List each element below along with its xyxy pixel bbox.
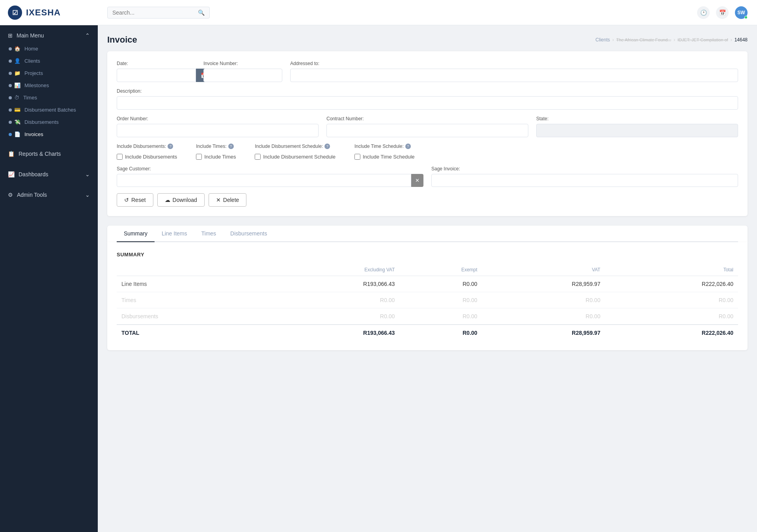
- sidebar-item-projects-label: Projects: [24, 70, 43, 76]
- breadcrumb-bar: Invoice Clients › The African Climate Fo…: [107, 35, 748, 45]
- times-help-icon[interactable]: ?: [228, 144, 234, 149]
- summary-card: SUMMARY Excluding VAT Exempt VAT Total: [107, 242, 748, 350]
- include-times-checkbox[interactable]: [196, 154, 202, 160]
- sage-customer-input[interactable]: IDJET: The African Climate Foundation: [117, 174, 411, 187]
- sidebar-item-disbursements[interactable]: 💸 Disbursements: [0, 116, 98, 128]
- dot-clients: [9, 60, 12, 63]
- home-grid-icon: ⊞: [8, 32, 13, 39]
- disbursement-schedule-help-icon[interactable]: ?: [324, 144, 330, 149]
- breadcrumb-project[interactable]: IDJET: JET Compilation of: [677, 37, 728, 42]
- form-row-description: Description: Acc # 2: Tranche 2: [117, 88, 738, 110]
- addressed-to-label: Addressed to:: [290, 61, 738, 66]
- row-exempt-line-items: R0.00: [399, 276, 482, 292]
- search-box[interactable]: 🔍: [107, 7, 210, 19]
- description-input[interactable]: Acc # 2: Tranche 2: [117, 96, 738, 110]
- sage-customer-clear-btn[interactable]: ✕: [411, 174, 423, 187]
- include-disbursements-checkbox-row: Include Disbursements: [117, 154, 177, 160]
- include-disbursements-header: Include Disbursements: ?: [117, 144, 177, 149]
- summary-table-header: Excluding VAT Exempt VAT Total: [117, 264, 738, 276]
- contract-number-label: Contract Number:: [326, 116, 528, 121]
- include-times-group: Include Times: ? Include Times: [196, 144, 236, 160]
- sage-row: Sage Customer: IDJET: The African Climat…: [117, 166, 738, 187]
- main-menu-toggle[interactable]: ⊞ Main Menu ⌃: [0, 28, 98, 43]
- sidebar: ☑ IXESHA ⊞ Main Menu ⌃ 🏠 Home 👤 Clients …: [0, 0, 98, 532]
- sage-customer-label: Sage Customer:: [117, 166, 423, 172]
- contract-number-group: Contract Number:: [326, 116, 528, 137]
- summary-total-row: TOTAL R193,066.43 R0.00 R28,959.97 R222,…: [117, 325, 738, 341]
- sidebar-item-home[interactable]: 🏠 Home: [0, 43, 98, 55]
- contract-number-input[interactable]: [326, 124, 528, 137]
- download-button[interactable]: ☁ Download: [157, 193, 205, 207]
- description-group: Description: Acc # 2: Tranche 2: [117, 88, 738, 110]
- sage-invoice-input[interactable]: 2469334552: [431, 174, 738, 187]
- include-disbursement-schedule-header: Include Disbursement Schedule: ?: [255, 144, 336, 149]
- clock-icon-btn[interactable]: 🕐: [697, 6, 710, 19]
- calendar-icon-btn[interactable]: 📅: [716, 6, 729, 19]
- main-menu-label: Main Menu: [17, 32, 44, 39]
- row-exempt-times: R0.00: [399, 292, 482, 308]
- time-schedule-help-icon[interactable]: ?: [405, 144, 411, 149]
- row-excl-vat-times: R0.00: [267, 292, 399, 308]
- total-row-exempt: R0.00: [399, 325, 482, 341]
- download-icon: ☁: [165, 197, 170, 203]
- include-disbursements-section-label: Include Disbursements:: [117, 144, 166, 149]
- sidebar-item-projects[interactable]: 📁 Projects: [0, 67, 98, 79]
- sidebar-item-home-label: Home: [24, 46, 38, 52]
- delete-button[interactable]: ✕ Delete: [209, 193, 246, 207]
- logo-icon: ☑: [8, 6, 22, 20]
- admin-icon: ⚙: [8, 192, 13, 198]
- disbursements-help-icon[interactable]: ?: [168, 144, 173, 149]
- include-disbursements-checkbox-label[interactable]: Include Disbursements: [125, 154, 177, 160]
- include-times-checkbox-label[interactable]: Include Times: [204, 154, 236, 160]
- sidebar-dashboards-section: 📈 Dashboards ⌄: [0, 164, 98, 185]
- include-time-schedule-checkbox-label[interactable]: Include Time Schedule: [363, 154, 415, 160]
- row-total-disbursements: R0.00: [605, 308, 738, 325]
- tab-line-items[interactable]: Line Items: [155, 226, 194, 242]
- include-disbursement-schedule-checkbox-label[interactable]: Include Disbursement Schedule: [263, 154, 336, 160]
- summary-table: Excluding VAT Exempt VAT Total Line Item…: [117, 264, 738, 341]
- include-time-schedule-section-label: Include Time Schedule:: [354, 144, 404, 149]
- sidebar-item-invoices[interactable]: 📄 Invoices: [0, 128, 98, 140]
- addressed-to-input[interactable]: The African Climate Foundation: [290, 69, 738, 82]
- include-time-schedule-checkbox[interactable]: [354, 154, 360, 160]
- download-label: Download: [173, 197, 197, 203]
- row-total-times: R0.00: [605, 292, 738, 308]
- search-icon[interactable]: 🔍: [198, 9, 205, 16]
- logo-text: IXESHA: [26, 7, 61, 18]
- include-disbursements-checkbox[interactable]: [117, 154, 123, 160]
- col-header-exempt: Exempt: [399, 264, 482, 276]
- breadcrumb-client[interactable]: The African Climate Found...: [616, 37, 671, 42]
- sidebar-item-milestones[interactable]: 📊 Milestones: [0, 79, 98, 91]
- search-input[interactable]: [112, 9, 198, 16]
- sidebar-item-invoices-label: Invoices: [24, 131, 43, 137]
- sidebar-item-clients[interactable]: 👤 Clients: [0, 55, 98, 67]
- dot-disbursements: [9, 121, 12, 124]
- tab-summary[interactable]: Summary: [117, 226, 155, 242]
- sidebar-item-disbursement-batches[interactable]: 💳 Disbursement Batches: [0, 104, 98, 116]
- dashboards-toggle[interactable]: 📈 Dashboards ⌄: [0, 167, 98, 181]
- breadcrumb-current: 14648: [735, 37, 748, 43]
- state-group: State: Posted: [536, 116, 738, 137]
- date-input-wrapper: 2024-08-21 📅: [117, 69, 196, 82]
- dot-home: [9, 47, 12, 50]
- invoices-icon: 📄: [14, 131, 21, 137]
- dot-disbursement-batches: [9, 108, 12, 112]
- reset-button[interactable]: ↺ Reset: [117, 193, 153, 207]
- sidebar-admin-section: ⚙ Admin Tools ⌄: [0, 185, 98, 205]
- breadcrumb-clients[interactable]: Clients: [595, 37, 610, 43]
- date-input[interactable]: 2024-08-21: [117, 69, 196, 82]
- include-disbursement-schedule-checkbox[interactable]: [255, 154, 261, 160]
- invoice-number-input[interactable]: 14648: [203, 69, 282, 82]
- include-time-schedule-header: Include Time Schedule: ?: [354, 144, 415, 149]
- sidebar-item-times[interactable]: ⏱ Times: [0, 91, 98, 104]
- reports-toggle[interactable]: 📋 Reports & Charts: [0, 147, 98, 161]
- summary-title: SUMMARY: [117, 252, 738, 258]
- tab-disbursements[interactable]: Disbursements: [223, 226, 274, 242]
- date-label: Date:: [117, 61, 196, 66]
- user-avatar[interactable]: SW: [735, 6, 748, 19]
- sage-invoice-group: Sage Invoice: 2469334552: [431, 166, 738, 187]
- state-input: Posted: [536, 124, 738, 137]
- order-number-input[interactable]: [117, 124, 319, 137]
- tab-times[interactable]: Times: [194, 226, 224, 242]
- admin-toggle[interactable]: ⚙ Admin Tools ⌄: [0, 188, 98, 202]
